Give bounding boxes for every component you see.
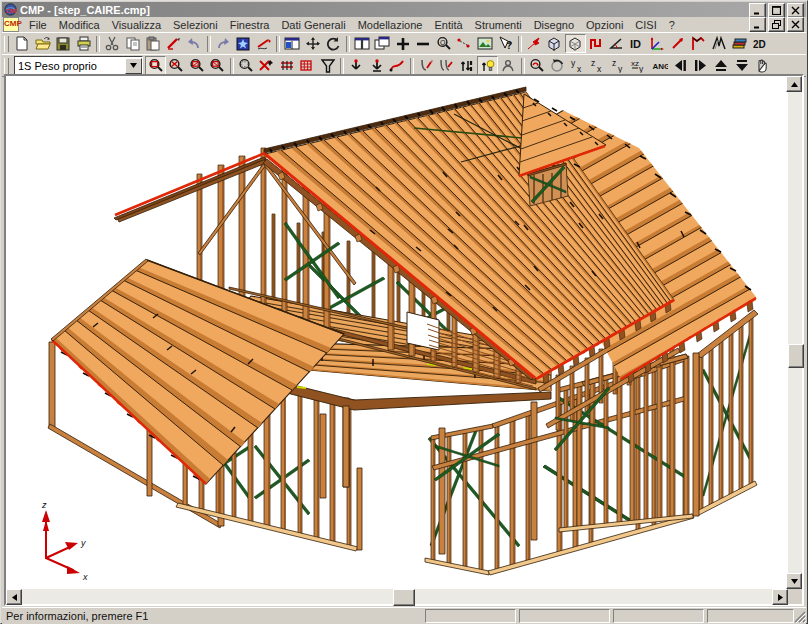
view-ang-button[interactable]: ANG [650,56,671,75]
save-button[interactable] [53,34,74,53]
pan-move-button[interactable] [303,34,324,53]
snap-blue-button[interactable] [233,34,254,53]
layers-button[interactable] [729,34,750,53]
node-face-button[interactable] [498,56,519,75]
vertical-scroll-thumb[interactable] [788,344,804,368]
solid-box-button[interactable] [544,34,565,53]
zoom-minus-button[interactable] [413,34,434,53]
paste-button[interactable] [143,34,164,53]
scroll-left-button[interactable] [6,589,22,605]
wire-box-button[interactable] [565,34,586,53]
redo-button[interactable] [213,34,234,53]
select-x-button[interactable] [256,56,277,75]
vertical-scrollbar[interactable] [788,76,802,589]
menu-item-opzioni[interactable]: Opzioni [580,18,629,32]
menu-item-cisi[interactable]: CISI [629,18,662,32]
scroll-right-button[interactable] [772,589,788,605]
mdi-minimize-button[interactable] [749,17,766,32]
angle-measure-button[interactable] [606,34,627,53]
close-button[interactable] [787,3,804,18]
menu-item-entità[interactable]: Entità [428,18,468,32]
sketch-red-button[interactable] [254,34,275,53]
anchor-node-button[interactable] [346,56,367,75]
redline-edit-button[interactable] [164,34,185,53]
pencil-j-button[interactable] [416,56,437,75]
measure-pts-button[interactable] [454,34,475,53]
new-document-button[interactable] [12,34,33,53]
menu-item-strumenti[interactable]: Strumenti [469,18,528,32]
axes-triad-button[interactable] [647,34,668,53]
undo-button[interactable] [184,34,205,53]
minimize-button[interactable] [749,3,766,18]
zoom-plus-button[interactable] [393,34,414,53]
horizontal-scroll-thumb[interactable] [393,589,415,606]
zoom-entity-button[interactable] [187,56,208,75]
page-up-button[interactable] [711,56,732,75]
cut-button[interactable] [102,34,123,53]
combo-dropdown-button[interactable] [125,58,142,74]
filter-funnel-button[interactable] [318,56,339,75]
zoom-section-button[interactable] [207,56,228,75]
waves-button[interactable] [709,34,730,53]
grid-select-button[interactable] [297,56,318,75]
win-vertical-button[interactable] [352,34,373,53]
fence-select-button[interactable] [277,56,298,75]
horizontal-scrollbar[interactable] [6,589,788,604]
step-back-button[interactable] [670,56,691,75]
toolbar-grip-2[interactable] [4,58,9,74]
zoom-outline-button[interactable] [236,56,257,75]
view-xzy-button[interactable]: xzy [629,56,650,75]
window-split-button[interactable] [282,34,303,53]
toolbar-grip[interactable] [4,36,9,52]
step-fwd-button[interactable] [691,56,712,75]
id-entity-button[interactable]: ID [627,34,648,53]
arrows-updown-button[interactable] [457,56,478,75]
load-case-combo[interactable]: 1S Peso proprio [14,56,143,75]
mdi-restore-button[interactable] [768,17,785,32]
win-cascade-button[interactable] [372,34,393,53]
scroll-up-button[interactable] [786,76,802,92]
zoom-orbit-button[interactable] [527,56,548,75]
maximize-button[interactable] [768,3,785,18]
flag-red-button[interactable] [688,34,709,53]
scroll-down-button[interactable] [786,573,802,589]
view-zx-button[interactable]: zx [588,56,609,75]
resize-grip[interactable] [793,610,806,623]
menu-item-modellazione[interactable]: Modellazione [352,18,429,32]
view-yx-button[interactable]: yx [568,56,589,75]
page-down-button[interactable] [732,56,753,75]
mdi-close-button[interactable] [787,17,804,32]
menu-item-file[interactable]: File [23,18,53,32]
menu-item-selezioni[interactable]: Selezioni [167,18,224,32]
menu-item-visualizza[interactable]: Visualizza [106,18,167,32]
anchor-node2-button[interactable] [367,56,388,75]
document-icon[interactable]: CMP [3,17,19,32]
pencil-jj-button[interactable] [436,56,457,75]
context-help-button[interactable]: ? [495,34,516,53]
render-image-button[interactable] [475,34,496,53]
curve-red-button[interactable] [387,56,408,75]
menu-item-disegno[interactable]: Disegno [528,18,580,32]
poly-red-button[interactable] [586,34,607,53]
rotate-orbit-button[interactable] [547,56,568,75]
title-bar[interactable]: CMP CMP - [step_CAIRE.cmp] [2,2,806,17]
rotate-view-button[interactable] [323,34,344,53]
menu-item-finestra[interactable]: Finestra [224,18,276,32]
window-title: CMP - [step_CAIRE.cmp] [20,4,150,16]
spark-red-button[interactable] [524,34,545,53]
menu-item-dati-generali[interactable]: Dati Generali [275,18,351,32]
copy-button[interactable] [123,34,144,53]
zoom-lens-button[interactable]: Q [434,34,455,53]
pan-hand-button[interactable] [752,56,773,75]
zoom-window-button[interactable] [145,56,166,75]
view-zy-button[interactable]: zy [609,56,630,75]
open-button[interactable] [33,34,54,53]
menu-item-?[interactable]: ? [663,18,681,32]
zoom-deselect-button[interactable] [166,56,187,75]
drawing-canvas[interactable]: z y x [6,76,788,589]
menu-item-modifica[interactable]: Modifica [53,18,106,32]
print-button[interactable] [74,34,95,53]
view-2d-button[interactable]: 2D [750,34,771,53]
bulb-on-button[interactable] [477,56,498,75]
vector-red-button[interactable] [668,34,689,53]
